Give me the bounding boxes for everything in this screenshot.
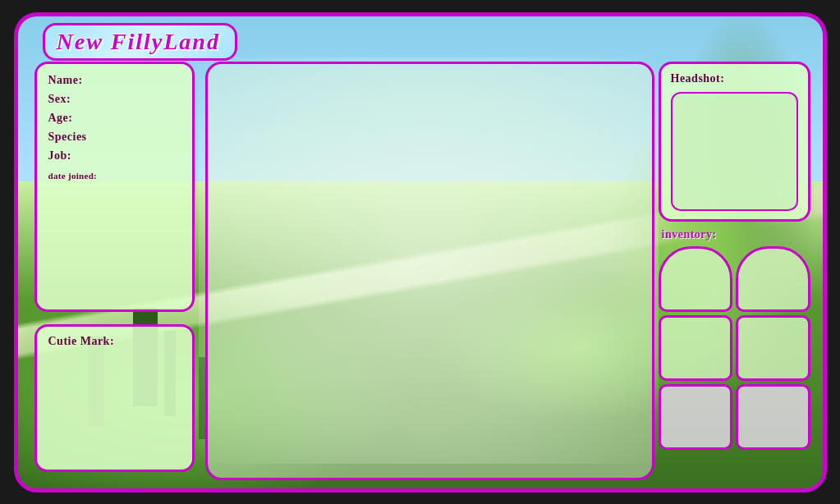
job-field: Job:	[48, 149, 181, 163]
cutie-mark-panel: Cutie Mark:	[34, 324, 195, 472]
headshot-image-area	[671, 92, 798, 211]
right-panel: Headshot: inventory:	[659, 62, 810, 450]
inventory-cell-3	[659, 315, 733, 381]
date-joined-field: date joined:	[48, 171, 181, 181]
inventory-cell-4	[736, 315, 810, 381]
headshot-box: Headshot:	[659, 62, 810, 222]
main-container: New FillyLand Name: Sex: Age: Species Jo…	[14, 12, 827, 493]
species-field: Species	[48, 131, 181, 144]
sex-field: Sex:	[48, 93, 181, 106]
cutie-mark-label: Cutie Mark:	[48, 335, 181, 348]
name-field: Name:	[48, 74, 181, 87]
inventory-cell-5	[659, 384, 733, 450]
title-bar: New FillyLand	[43, 23, 237, 61]
inventory-cell-2	[736, 246, 810, 312]
inventory-section: inventory:	[659, 228, 810, 450]
headshot-label: Headshot:	[671, 72, 798, 85]
main-image-panel	[205, 62, 654, 480]
app-title: New FillyLand	[57, 29, 220, 54]
info-panel: Name: Sex: Age: Species Job: date joined…	[34, 62, 195, 312]
inventory-cell-6	[736, 384, 810, 450]
inventory-label: inventory:	[659, 228, 810, 241]
inventory-grid	[659, 246, 810, 450]
inventory-cell-1	[659, 246, 733, 312]
age-field: Age:	[48, 112, 181, 125]
